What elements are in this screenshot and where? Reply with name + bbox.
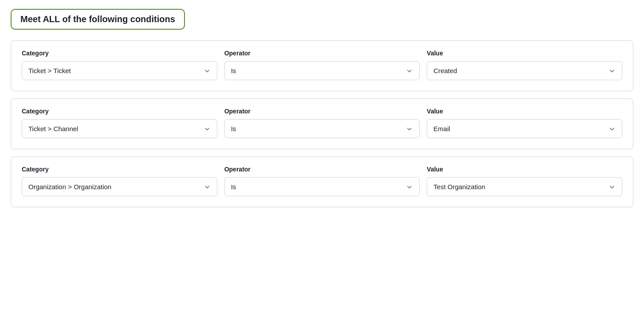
operator-label-3: Operator bbox=[224, 166, 420, 173]
value-value-1: Created bbox=[433, 67, 457, 74]
operator-select-2[interactable]: Is bbox=[224, 119, 420, 138]
category-value-2: Ticket > Channel bbox=[28, 125, 78, 132]
category-col-2: Category Ticket > Channel bbox=[22, 108, 217, 138]
operator-chevron-icon-2 bbox=[406, 125, 413, 132]
category-label-2: Category bbox=[22, 108, 217, 115]
operator-col-2: Operator Is bbox=[224, 108, 420, 138]
category-select-3[interactable]: Organization > Organization bbox=[22, 177, 217, 196]
category-select-1[interactable]: Ticket > Ticket bbox=[22, 61, 217, 80]
category-col-1: Category Ticket > Ticket bbox=[22, 50, 217, 80]
value-select-3[interactable]: Test Organization bbox=[427, 177, 622, 196]
operator-label-2: Operator bbox=[224, 108, 420, 115]
category-chevron-icon-3 bbox=[204, 183, 211, 191]
operator-value-1: Is bbox=[231, 67, 236, 74]
header-badge-text: Meet ALL of the following conditions bbox=[20, 14, 175, 24]
category-select-2[interactable]: Ticket > Channel bbox=[22, 119, 217, 138]
value-label-3: Value bbox=[427, 166, 622, 173]
operator-select-1[interactable]: Is bbox=[224, 61, 420, 80]
operator-chevron-icon-1 bbox=[406, 67, 413, 74]
category-value-1: Ticket > Ticket bbox=[28, 67, 71, 74]
value-value-2: Email bbox=[433, 125, 450, 132]
condition-card-3: Category Organization > Organization Ope… bbox=[11, 156, 633, 207]
header-badge: Meet ALL of the following conditions bbox=[11, 9, 185, 30]
value-col-3: Value Test Organization bbox=[427, 166, 622, 196]
condition-row-2: Category Ticket > Channel Operator Is bbox=[22, 108, 622, 138]
value-col-1: Value Created bbox=[427, 50, 622, 80]
value-select-1[interactable]: Created bbox=[427, 61, 622, 80]
condition-row-3: Category Organization > Organization Ope… bbox=[22, 166, 622, 196]
category-chevron-icon-1 bbox=[204, 67, 211, 74]
category-label-3: Category bbox=[22, 166, 217, 173]
operator-chevron-icon-3 bbox=[406, 183, 413, 191]
value-chevron-icon-3 bbox=[609, 183, 616, 191]
operator-col-1: Operator Is bbox=[224, 50, 420, 80]
value-chevron-icon-2 bbox=[609, 125, 616, 132]
category-value-3: Organization > Organization bbox=[28, 183, 111, 191]
conditions-list: Category Ticket > Ticket Operator Is bbox=[11, 40, 633, 207]
value-value-3: Test Organization bbox=[433, 183, 485, 191]
operator-value-3: Is bbox=[231, 183, 236, 191]
operator-col-3: Operator Is bbox=[224, 166, 420, 196]
category-col-3: Category Organization > Organization bbox=[22, 166, 217, 196]
value-chevron-icon-1 bbox=[609, 67, 616, 74]
operator-label-1: Operator bbox=[224, 50, 420, 57]
value-select-2[interactable]: Email bbox=[427, 119, 622, 138]
value-label-1: Value bbox=[427, 50, 622, 57]
operator-value-2: Is bbox=[231, 125, 236, 132]
value-col-2: Value Email bbox=[427, 108, 622, 138]
value-label-2: Value bbox=[427, 108, 622, 115]
condition-row-1: Category Ticket > Ticket Operator Is bbox=[22, 50, 622, 80]
category-chevron-icon-2 bbox=[204, 125, 211, 132]
condition-card-2: Category Ticket > Channel Operator Is bbox=[11, 98, 633, 149]
category-label-1: Category bbox=[22, 50, 217, 57]
operator-select-3[interactable]: Is bbox=[224, 177, 420, 196]
condition-card-1: Category Ticket > Ticket Operator Is bbox=[11, 40, 633, 91]
